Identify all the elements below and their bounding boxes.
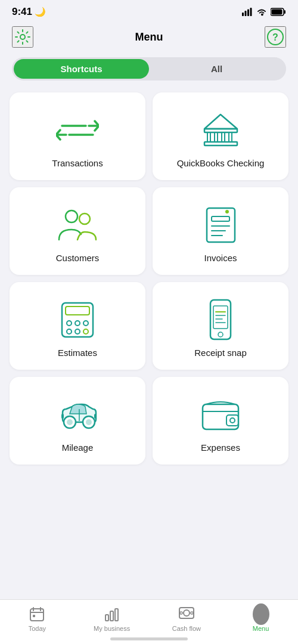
svg-rect-48 (94, 414, 97, 419)
nav-cash-flow-label: Cash flow (172, 625, 201, 632)
svg-rect-21 (207, 208, 235, 242)
card-expenses[interactable]: Expenses (153, 377, 288, 465)
shortcuts-grid: Transactions QuickBooks Checking (0, 90, 298, 467)
tab-all[interactable]: All (149, 59, 284, 79)
gear-icon (14, 29, 31, 45)
svg-rect-50 (226, 415, 238, 426)
svg-point-43 (67, 419, 73, 425)
card-invoices-label: Invoices (204, 253, 237, 263)
svg-point-19 (66, 210, 77, 222)
tab-switcher: Shortcuts All (12, 57, 286, 80)
svg-marker-18 (204, 114, 237, 129)
car-icon (55, 394, 100, 435)
svg-point-33 (75, 329, 80, 334)
moon-icon: 🌙 (35, 7, 46, 17)
page-title: Menu (135, 31, 163, 44)
svg-rect-16 (222, 132, 225, 142)
svg-point-26 (225, 210, 229, 213)
svg-rect-17 (229, 132, 232, 142)
svg-point-29 (67, 321, 72, 326)
nav-menu[interactable]: Menu (243, 606, 279, 632)
svg-point-32 (67, 329, 72, 334)
card-receipt-snap-label: Receipt snap (194, 348, 247, 358)
svg-point-62 (180, 612, 182, 614)
svg-rect-57 (105, 615, 108, 621)
svg-rect-60 (179, 608, 194, 618)
receipt-icon (206, 299, 235, 340)
svg-point-30 (75, 321, 80, 326)
card-mileage-label: Mileage (62, 442, 94, 453)
card-customers[interactable]: Customers (10, 187, 145, 275)
svg-point-45 (86, 419, 92, 425)
invoices-icon (204, 204, 237, 246)
status-bar: 9:41 🌙 (0, 0, 298, 21)
app-header: Menu ? (0, 21, 298, 55)
cashflow-icon (178, 606, 195, 623)
svg-rect-6 (272, 10, 283, 15)
card-expenses-label: Expenses (201, 442, 240, 453)
tab-shortcuts[interactable]: Shortcuts (14, 59, 149, 79)
svg-rect-3 (250, 8, 252, 16)
status-time: 9:41 (12, 6, 32, 18)
nav-today-label: Today (29, 625, 46, 632)
nav-today[interactable]: Today (19, 606, 55, 632)
battery-icon (271, 8, 286, 16)
settings-button[interactable] (12, 26, 33, 48)
svg-rect-15 (215, 132, 218, 142)
card-receipt-snap[interactable]: Receipt snap (153, 282, 288, 370)
svg-point-61 (184, 610, 190, 616)
svg-point-20 (79, 213, 90, 224)
chart-icon (104, 606, 120, 623)
svg-rect-14 (207, 132, 210, 142)
svg-point-63 (191, 612, 193, 614)
wifi-icon (256, 8, 267, 16)
svg-point-7 (20, 35, 25, 39)
card-quickbooks-checking-label: QuickBooks Checking (177, 158, 265, 168)
calculator-icon (60, 299, 95, 340)
signal-icon (242, 8, 253, 16)
nav-cash-flow[interactable]: Cash flow (169, 606, 204, 632)
svg-rect-1 (245, 11, 247, 16)
card-mileage[interactable]: Mileage (10, 377, 145, 465)
home-indicator (110, 637, 188, 640)
calendar-icon (29, 606, 45, 623)
transactions-icon (56, 109, 99, 151)
svg-rect-56 (33, 615, 35, 617)
svg-rect-47 (61, 414, 64, 419)
nav-menu-label: Menu (253, 625, 269, 632)
svg-rect-36 (213, 306, 228, 329)
svg-rect-22 (212, 216, 229, 221)
svg-rect-5 (284, 10, 286, 14)
bank-icon (201, 109, 240, 151)
card-quickbooks-checking[interactable]: QuickBooks Checking (153, 92, 288, 180)
card-estimates-label: Estimates (58, 348, 97, 358)
customers-icon (56, 204, 99, 246)
card-transactions-label: Transactions (52, 158, 103, 168)
help-button[interactable]: ? (265, 26, 286, 48)
nav-my-business[interactable]: My business (94, 606, 130, 632)
svg-rect-28 (66, 306, 89, 315)
status-icons (242, 8, 286, 16)
card-transactions[interactable]: Transactions (10, 92, 145, 180)
card-estimates[interactable]: Estimates (10, 282, 145, 370)
svg-rect-0 (242, 13, 244, 16)
card-invoices[interactable]: Invoices (153, 187, 288, 275)
help-icon: ? (266, 28, 284, 46)
card-customers-label: Customers (56, 253, 100, 263)
wallet-icon (200, 394, 241, 435)
svg-point-51 (230, 418, 235, 423)
svg-rect-58 (110, 611, 113, 621)
svg-point-34 (83, 329, 88, 334)
svg-point-41 (218, 332, 223, 337)
avatar-icon (253, 606, 269, 623)
nav-my-business-label: My business (94, 625, 130, 632)
svg-rect-2 (247, 10, 249, 17)
svg-rect-52 (30, 609, 44, 621)
svg-rect-59 (115, 609, 118, 621)
svg-point-31 (83, 321, 88, 326)
user-avatar (253, 603, 269, 625)
svg-text:?: ? (272, 32, 278, 42)
